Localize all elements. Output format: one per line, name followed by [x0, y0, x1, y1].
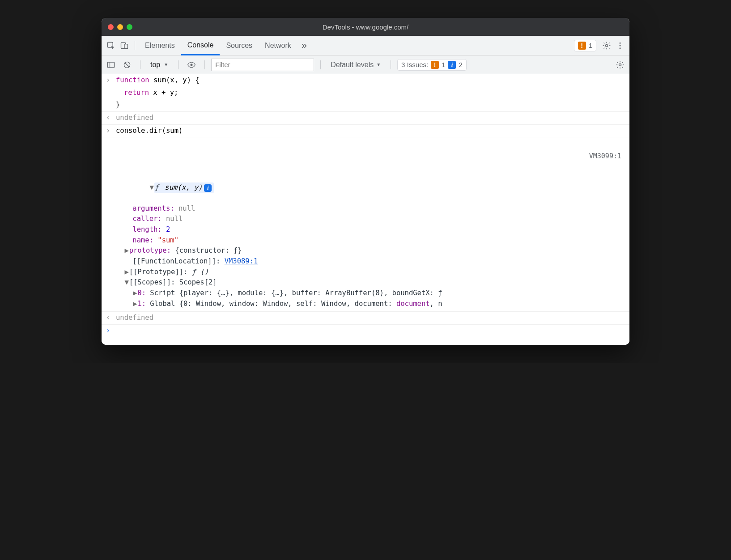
console-input-row[interactable]: }	[102, 99, 629, 112]
prop-value: null	[178, 204, 195, 212]
disclosure-triangle-icon[interactable]: ▶	[124, 267, 129, 277]
svg-point-3	[606, 44, 608, 47]
prop-value: ƒ ()	[192, 268, 208, 276]
tabs-overflow-icon[interactable]: »	[298, 40, 311, 51]
object-property-row[interactable]: ▶prototype: {constructor: ƒ}	[102, 246, 629, 256]
prop-value: {constructor: ƒ}	[175, 246, 242, 255]
prop-key: [[FunctionLocation]]:	[132, 257, 220, 265]
console-body: › function sum(x, y) { return x + y; } ‹…	[102, 74, 629, 345]
inspect-element-icon[interactable]	[104, 39, 118, 52]
live-expression-icon[interactable]	[185, 58, 198, 72]
prop-key: 0:	[137, 289, 146, 297]
code-line: console.dir(sum)	[116, 126, 626, 136]
separator	[178, 60, 178, 69]
function-location-link[interactable]: VM3089:1	[225, 257, 258, 265]
output-value: undefined	[116, 113, 626, 123]
prompt-input[interactable]	[116, 326, 626, 336]
console-input-row[interactable]: › function sum(x, y) {	[102, 74, 629, 87]
code-line: return x + y;	[116, 88, 626, 98]
separator	[391, 60, 391, 69]
object-property-row[interactable]: [[FunctionLocation]]: VM3089:1	[102, 256, 629, 267]
object-property-row[interactable]: ▶0: Script {player: {…}, module: {…}, bu…	[102, 288, 629, 299]
console-output-row: ‹ undefined	[102, 112, 629, 125]
warning-icon	[578, 42, 586, 50]
prop-value: 2	[166, 225, 170, 233]
issues-label: 3 Issues:	[401, 61, 428, 68]
clear-console-icon[interactable]	[120, 58, 134, 72]
svg-point-5	[620, 45, 621, 46]
object-property-row[interactable]: ▶1: Global {0: Window, window: Window, s…	[102, 299, 629, 312]
console-prompt-row[interactable]: ›	[102, 325, 629, 345]
prop-value: null	[166, 215, 183, 223]
svg-rect-7	[108, 62, 115, 68]
svg-rect-2	[124, 44, 128, 48]
traffic-lights	[108, 24, 132, 30]
console-output-row: ‹ undefined	[102, 312, 629, 325]
prop-key: [[Prototype]]:	[129, 268, 188, 276]
sidebar-toggle-icon[interactable]	[104, 58, 118, 72]
input-chevron-icon: ›	[106, 76, 116, 85]
source-link-row: VM3099:1	[102, 137, 629, 172]
more-icon[interactable]	[613, 39, 627, 52]
object-header-row[interactable]: ▼ƒ sum(x, y) i	[102, 173, 629, 204]
console-input-row[interactable]: return x + y;	[102, 87, 629, 99]
function-signature: sum(x, y)	[165, 183, 202, 193]
separator	[320, 60, 321, 69]
filter-input[interactable]	[211, 59, 314, 71]
prop-key: prototype:	[129, 246, 171, 255]
object-property-row[interactable]: arguments: null	[102, 204, 629, 214]
window-title: DevTools - www.google.com/	[102, 23, 629, 31]
info-badge-icon[interactable]: i	[204, 184, 212, 192]
maximize-window-icon[interactable]	[127, 24, 132, 30]
object-property-row[interactable]: length: 2	[102, 225, 629, 235]
warning-count: 1	[589, 42, 592, 49]
tab-sources[interactable]: Sources	[220, 36, 259, 55]
disclosure-triangle-icon[interactable]: ▶	[132, 299, 137, 309]
object-property-row[interactable]: name: "sum"	[102, 235, 629, 246]
warnings-badge[interactable]: 1	[574, 40, 596, 51]
titlebar[interactable]: DevTools - www.google.com/	[102, 18, 629, 36]
issues-info-count: 2	[459, 61, 462, 68]
prop-key: arguments:	[132, 204, 174, 212]
prop-key: length:	[132, 225, 162, 233]
object-property-row[interactable]: ▶[[Prototype]]: ƒ ()	[102, 267, 629, 278]
prop-value: "sum"	[157, 236, 178, 244]
code-line: function sum(x, y) {	[116, 76, 626, 85]
disclosure-triangle-open-icon[interactable]: ▼	[149, 183, 154, 193]
console-input-row[interactable]: › console.dir(sum)	[102, 125, 629, 138]
svg-point-9	[191, 64, 193, 66]
input-chevron-icon: ›	[106, 126, 116, 136]
source-link[interactable]: VM3099:1	[589, 152, 621, 160]
prop-value: Scopes[2]	[179, 278, 217, 286]
issues-badge[interactable]: 3 Issues: 1 2	[397, 59, 467, 71]
object-property-row[interactable]: ▼[[Scopes]]: Scopes[2]	[102, 277, 629, 288]
tab-network[interactable]: Network	[259, 36, 298, 55]
settings-icon[interactable]	[600, 39, 613, 52]
output-chevron-icon: ‹	[106, 313, 116, 323]
tab-console[interactable]: Console	[181, 36, 220, 55]
minimize-window-icon[interactable]	[117, 24, 123, 30]
svg-point-6	[620, 47, 621, 49]
console-toolbar: top Default levels 3 Issues: 1 2	[102, 55, 629, 74]
context-selector[interactable]: top	[147, 59, 172, 71]
info-icon	[448, 61, 456, 69]
warning-icon	[431, 61, 439, 69]
tab-bar: Elements Console Sources Network » 1	[102, 36, 629, 55]
prop-value: Script {player: {…}, module: {…}, buffer…	[150, 289, 442, 297]
console-settings-icon[interactable]	[613, 58, 627, 72]
close-window-icon[interactable]	[108, 24, 114, 30]
object-property-row[interactable]: caller: null	[102, 214, 629, 225]
disclosure-triangle-icon[interactable]: ▶	[124, 246, 129, 256]
tab-elements[interactable]: Elements	[139, 36, 181, 55]
prop-value: Global {0: Window, window: Window, self:…	[150, 300, 442, 308]
output-chevron-icon: ‹	[106, 113, 116, 123]
disclosure-triangle-open-icon[interactable]: ▼	[124, 278, 129, 288]
code-line: }	[116, 100, 626, 110]
device-toolbar-icon[interactable]	[118, 39, 131, 52]
svg-point-10	[619, 64, 621, 66]
output-value: undefined	[116, 313, 626, 323]
log-levels-selector[interactable]: Default levels	[327, 61, 384, 69]
disclosure-triangle-icon[interactable]: ▶	[132, 288, 137, 298]
issues-warn-count: 1	[442, 61, 445, 68]
prop-key: name:	[132, 236, 153, 244]
